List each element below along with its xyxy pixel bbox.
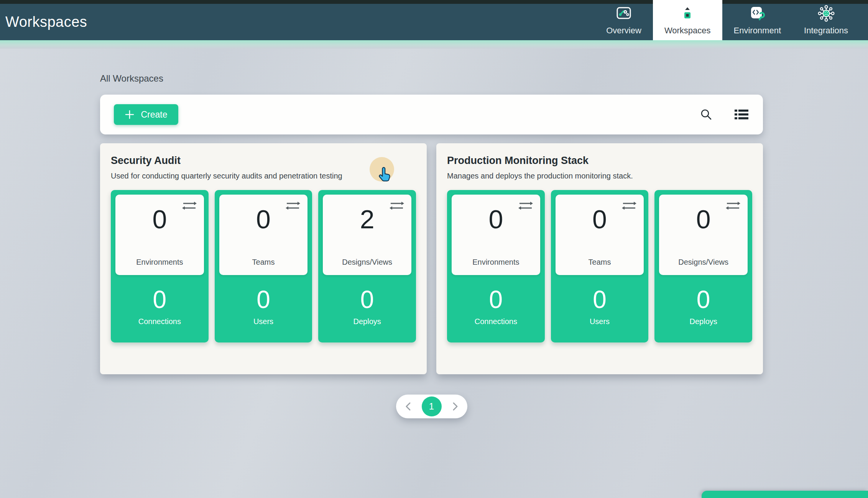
create-button-label: Create bbox=[141, 110, 167, 120]
stat-value: 0 bbox=[697, 287, 710, 312]
swap-icon[interactable] bbox=[725, 201, 741, 212]
tab-label: Workspaces bbox=[664, 26, 711, 36]
header-accent-band bbox=[0, 40, 868, 49]
list-view-icon[interactable] bbox=[734, 107, 749, 122]
stat-label: Teams bbox=[252, 258, 275, 267]
pagination: 1 bbox=[396, 395, 467, 418]
workspace-description: Used for conducting quarterly security a… bbox=[111, 172, 416, 180]
stat-connections: 0 Connections bbox=[452, 275, 540, 338]
stat-value: 0 bbox=[152, 206, 167, 232]
create-button[interactable]: Create bbox=[114, 104, 178, 125]
tile-designs-deploys: 2 Designs/Views 0 Deploys bbox=[318, 190, 416, 342]
next-page-button[interactable] bbox=[451, 402, 459, 411]
stat-connections: 0 Connections bbox=[115, 275, 204, 338]
plus-icon bbox=[125, 110, 135, 120]
swap-icon[interactable] bbox=[182, 201, 197, 212]
swap-icon[interactable] bbox=[518, 201, 533, 212]
tab-label: Integrations bbox=[804, 26, 848, 36]
tab-integrations[interactable]: Integrations bbox=[792, 0, 860, 40]
previous-page-button[interactable] bbox=[404, 402, 413, 411]
stat-deploys: 0 Deploys bbox=[323, 275, 411, 338]
workspace-card-security-audit[interactable]: Security Audit Used for conducting quart… bbox=[100, 143, 427, 374]
stat-value: 0 bbox=[153, 287, 167, 312]
stat-label: Teams bbox=[589, 258, 611, 267]
app-header: Workspaces Overview bbox=[0, 4, 868, 40]
stat-label: Connections bbox=[138, 317, 181, 326]
swap-icon[interactable] bbox=[285, 201, 301, 212]
stat-tiles: 0 Environments 0 Connections bbox=[447, 190, 752, 342]
stat-teams: 0 Teams bbox=[219, 195, 308, 275]
page-title: All Workspaces bbox=[100, 73, 763, 84]
stat-label: Designs/Views bbox=[678, 258, 728, 267]
environment-icon bbox=[749, 5, 766, 22]
stat-designs-views: 0 Designs/Views bbox=[659, 195, 748, 275]
tab-environment[interactable]: Environment bbox=[722, 0, 793, 40]
stat-label: Environments bbox=[472, 258, 519, 267]
workspace-cards: Security Audit Used for conducting quart… bbox=[100, 143, 763, 374]
stat-value: 0 bbox=[488, 206, 503, 232]
swap-icon[interactable] bbox=[621, 201, 637, 212]
stat-label: Designs/Views bbox=[342, 258, 392, 267]
stat-value: 0 bbox=[592, 206, 607, 232]
workspace-card-production-monitoring[interactable]: Production Monitoring Stack Manages and … bbox=[436, 143, 763, 374]
tab-label: Overview bbox=[606, 26, 641, 36]
tile-designs-deploys: 0 Designs/Views 0 Deploys bbox=[654, 190, 752, 342]
stat-label: Connections bbox=[475, 317, 517, 326]
app-title: Workspaces bbox=[5, 14, 87, 30]
overview-icon bbox=[616, 5, 632, 22]
stat-value: 0 bbox=[256, 287, 270, 312]
tile-teams-users: 0 Teams 0 Users bbox=[551, 190, 649, 342]
tile-teams-users: 0 Teams 0 Users bbox=[215, 190, 312, 342]
tile-environments-connections: 0 Environments 0 Connections bbox=[111, 190, 209, 342]
workspace-description: Manages and deploys the production monit… bbox=[447, 172, 752, 180]
tab-label: Environment bbox=[734, 26, 781, 36]
stat-users: 0 Users bbox=[556, 275, 644, 338]
search-icon[interactable] bbox=[699, 107, 714, 122]
workspace-title: Security Audit bbox=[111, 155, 416, 167]
stat-environments: 0 Environments bbox=[452, 195, 540, 275]
tab-workspaces[interactable]: Workspaces bbox=[653, 0, 722, 40]
tab-overview[interactable]: Overview bbox=[595, 0, 653, 40]
swap-icon[interactable] bbox=[389, 201, 404, 212]
stat-value: 0 bbox=[489, 287, 503, 312]
stat-value: 0 bbox=[593, 287, 607, 312]
workspace-title: Production Monitoring Stack bbox=[447, 155, 752, 167]
tile-environments-connections: 0 Environments 0 Connections bbox=[447, 190, 545, 342]
main-nav: Overview Workspaces Envir bbox=[595, 0, 860, 40]
workspaces-icon bbox=[682, 5, 693, 22]
stat-value: 0 bbox=[360, 287, 374, 312]
current-page-button[interactable]: 1 bbox=[422, 396, 442, 416]
stat-teams: 0 Teams bbox=[556, 195, 644, 275]
stat-label: Users bbox=[253, 317, 273, 326]
stat-environments: 0 Environments bbox=[115, 195, 204, 275]
stat-tiles: 0 Environments 0 Connections bbox=[111, 190, 416, 342]
stat-value: 2 bbox=[360, 206, 375, 232]
corner-toast[interactable] bbox=[702, 491, 868, 498]
stat-label: Deploys bbox=[353, 317, 381, 326]
stat-deploys: 0 Deploys bbox=[659, 275, 748, 338]
stat-label: Deploys bbox=[690, 317, 717, 326]
workspace-toolbar: Create bbox=[100, 95, 763, 134]
stat-value: 0 bbox=[696, 206, 711, 232]
stat-value: 0 bbox=[256, 206, 271, 232]
integrations-icon bbox=[817, 5, 835, 22]
stat-label: Users bbox=[590, 317, 610, 326]
stat-users: 0 Users bbox=[219, 275, 308, 338]
stat-label: Environments bbox=[136, 258, 183, 267]
stat-designs-views: 2 Designs/Views bbox=[323, 195, 411, 275]
